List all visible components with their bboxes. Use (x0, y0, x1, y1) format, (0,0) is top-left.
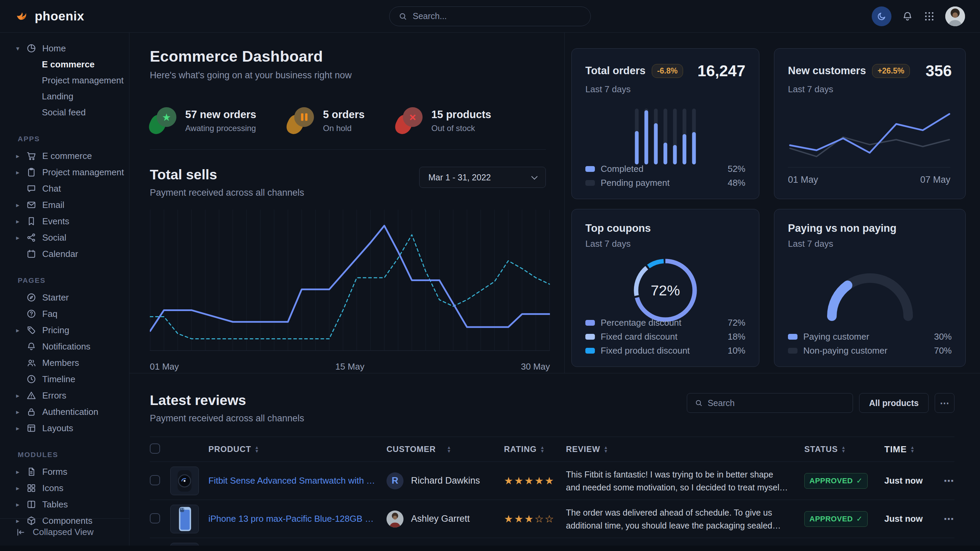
search-input[interactable] (413, 11, 582, 21)
reviews-subtitle: Payment received across all channels (150, 413, 955, 424)
sidebar-item-e-commerce[interactable]: E commerce (0, 57, 129, 73)
legend-item-non-paying-customer: Non-paying customer70% (788, 344, 952, 358)
sidebar-item-home[interactable]: ▾Home (0, 40, 129, 57)
user-avatar[interactable] (945, 6, 965, 26)
grid4-icon (26, 483, 37, 493)
sidebar-item-label: Members (42, 358, 79, 368)
column-header-product[interactable]: PRODUCT▲▼ (208, 445, 387, 454)
column-header-review[interactable]: REVIEW▲▼ (566, 445, 804, 454)
sidebar-item-project-management[interactable]: Project management (0, 73, 129, 89)
select-all-checkbox[interactable] (150, 443, 160, 454)
sidebar-item-errors[interactable]: ▸Errors (0, 387, 129, 403)
chevron-right-icon: ▸ (14, 501, 21, 508)
search-icon (695, 399, 703, 407)
product-link[interactable]: Fitbit Sense Advanced Smartwatch with To… (208, 475, 376, 486)
apps-grid-button[interactable] (923, 11, 935, 22)
customer-avatar: R (387, 472, 404, 489)
sidebar-section-pages: PAGES (0, 262, 129, 289)
stats-divider (150, 149, 546, 150)
paying-legend: Paying customer30%Non-paying customer70% (788, 330, 952, 358)
sidebar-item-email[interactable]: ▸Email (0, 197, 129, 213)
sort-icon: ▲▼ (841, 446, 846, 453)
sidebar-item-e-commerce[interactable]: ▸E commerce (0, 148, 129, 164)
reviews-search[interactable] (687, 393, 853, 413)
bell-icon (26, 341, 37, 352)
review-text: This Fitbit is fantastic! I was trying t… (566, 468, 789, 494)
sidebar-item-notifications[interactable]: Notifications (0, 338, 129, 355)
sidebar-item-calendar[interactable]: Calendar (0, 246, 129, 262)
column-header-status[interactable]: STATUS▲▼ (804, 445, 884, 454)
sidebar-item-label: Home (42, 43, 66, 54)
row-checkbox[interactable] (150, 513, 160, 524)
all-products-button[interactable]: All products (859, 393, 929, 413)
sidebar-item-project-management[interactable]: ▸Project management (0, 164, 129, 180)
legend-label: Pending payment (601, 178, 670, 188)
bookmark-icon (26, 216, 37, 226)
out-of-stock-x-icon: × (396, 107, 423, 135)
sidebar-item-members[interactable]: Members (0, 355, 129, 371)
check-icon: ✓ (856, 476, 862, 485)
top-navbar: phoenix (0, 0, 980, 33)
new-customers-line-chart (788, 102, 950, 172)
sidebar-item-events[interactable]: ▸Events (0, 213, 129, 229)
sidebar-item-social-feed[interactable]: Social feed (0, 105, 129, 121)
reviews-search-input[interactable] (708, 398, 845, 408)
sidebar-item-tables[interactable]: ▸Tables (0, 496, 129, 513)
notifications-button[interactable] (902, 11, 913, 22)
theme-toggle-button[interactable] (872, 6, 891, 26)
collapsed-view-button[interactable]: Collapsed View (0, 518, 129, 546)
chevron-right-icon: ▸ (14, 152, 21, 160)
stat-out-of-stock: × 15 products Out of stock (396, 107, 492, 135)
sidebar-item-starter[interactable]: Starter (0, 289, 129, 306)
product-thumbnail (170, 505, 199, 533)
column-header-time[interactable]: TIME▲▼ (884, 444, 932, 455)
sidebar-item-layouts[interactable]: ▸Layouts (0, 420, 129, 436)
product-thumbnail (170, 467, 199, 495)
sidebar-item-social[interactable]: ▸Social (0, 229, 129, 246)
sidebar-item-pricing[interactable]: ▸Pricing (0, 322, 129, 338)
brand-name: phoenix (35, 9, 84, 24)
window-bottom-strip (0, 546, 980, 551)
sidebar-item-forms[interactable]: ▸Forms (0, 464, 129, 480)
legend-value: 18% (728, 332, 745, 342)
column-header-customer[interactable]: CUSTOMER▲▼ (387, 445, 504, 454)
sidebar-item-authentication[interactable]: ▸Authentication (0, 403, 129, 420)
legend-label: Fixed card discount (601, 332, 677, 342)
row-menu-button[interactable]: ⋯ (932, 513, 955, 525)
grid-dots-icon (923, 11, 935, 22)
stat-orders-on-hold: 5 orders On hold (287, 107, 364, 135)
sort-icon: ▲▼ (910, 446, 915, 453)
sidebar-item-faq[interactable]: Faq (0, 306, 129, 322)
sidebar-item-chat[interactable]: Chat (0, 180, 129, 197)
page-subtitle: Here's what's going on at your business … (150, 70, 546, 81)
legend-swatch (585, 334, 595, 340)
chevron-right-icon: ▸ (14, 484, 21, 492)
customer-name: Richard Dawkins (411, 475, 480, 486)
chevron-right-icon: ▸ (14, 218, 21, 225)
new-customers-x-labels: 01 May 07 May (788, 175, 950, 185)
sidebar-item-label: Forms (42, 467, 67, 477)
sidebar-item-label: Timeline (42, 374, 75, 384)
row-checkbox[interactable] (150, 475, 160, 485)
reviews-more-button[interactable]: ⋯ (935, 393, 955, 413)
pie-icon (26, 43, 37, 54)
sidebar-item-timeline[interactable]: Timeline (0, 371, 129, 387)
product-link[interactable]: iPhone 13 pro max-Pacific Blue-128GB sto… (208, 514, 376, 524)
global-search[interactable] (389, 6, 591, 26)
sidebar-item-icons[interactable]: ▸Icons (0, 480, 129, 496)
sidebar-item-label: Faq (42, 309, 57, 319)
legend-label: Completed (601, 164, 644, 174)
row-menu-button[interactable]: ⋯ (932, 475, 955, 487)
bell-icon (902, 11, 913, 22)
on-hold-pause-icon (287, 107, 314, 135)
brand-logo[interactable]: phoenix (15, 8, 84, 24)
sidebar-section-modules: MODULES (0, 436, 129, 464)
date-range-select[interactable]: Mar 1 - 31, 2022 (419, 167, 546, 188)
sidebar-item-label: Starter (42, 292, 69, 303)
column-header-rating[interactable]: RATING▲▼ (504, 445, 566, 454)
sidebar-item-landing[interactable]: Landing (0, 89, 129, 105)
search-icon (398, 12, 407, 21)
legend-swatch (585, 180, 595, 186)
share-icon (26, 232, 37, 243)
legend-value: 48% (728, 178, 745, 188)
